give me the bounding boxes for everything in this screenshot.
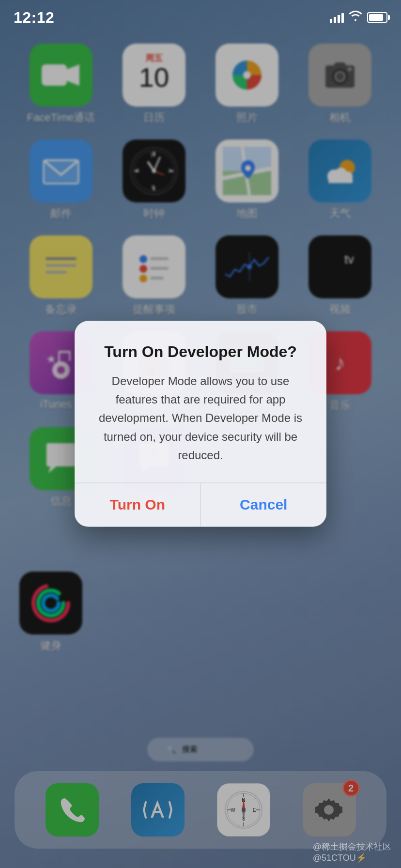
status-icons (330, 11, 387, 24)
alert-content: Turn On Developer Mode? Developer Mode a… (75, 321, 326, 482)
turn-on-button[interactable]: Turn On (75, 483, 200, 527)
alert-buttons: Turn On Cancel (75, 483, 326, 527)
wifi-icon (349, 11, 362, 24)
battery-fill (369, 14, 383, 21)
alert-title: Turn On Developer Mode? (94, 342, 307, 362)
status-bar: 12:12 (0, 0, 401, 29)
alert-dialog: Turn On Developer Mode? Developer Mode a… (75, 321, 326, 527)
status-time: 12:12 (14, 9, 54, 27)
alert-message: Developer Mode allows you to use feature… (94, 372, 307, 465)
cancel-button[interactable]: Cancel (201, 483, 327, 527)
signal-bars-icon (330, 12, 344, 23)
watermark: @稀土掘金技术社区 @51CTOU⚡ (313, 841, 391, 863)
battery-icon (367, 12, 387, 23)
